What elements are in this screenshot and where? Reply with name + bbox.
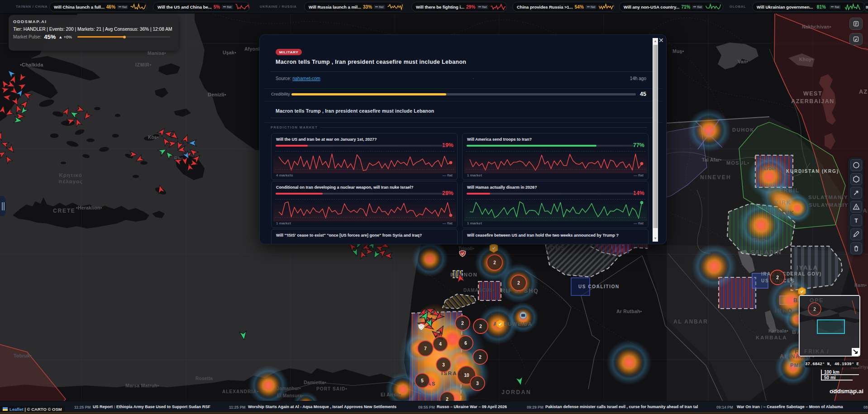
svg-text:PORT SAID•: PORT SAID• [316, 386, 348, 391]
svg-text:HOMS: HOMS [545, 245, 566, 251]
svg-text:2: 2 [813, 307, 816, 312]
svg-text:Afyonk: Afyonk [244, 46, 261, 52]
svg-text:OPE: OPE [810, 297, 824, 304]
svg-text:Damietta•: Damietta• [304, 380, 326, 385]
svg-text:SALADIN: SALADIN [750, 249, 782, 256]
svg-text:T: T [854, 218, 858, 224]
svg-text:IZMIR•: IZMIR• [135, 62, 152, 67]
svg-text:AL ANBAR: AL ANBAR [673, 319, 708, 325]
svg-text:Tal Afar•: Tal Afar• [702, 157, 722, 162]
svg-text:El Mansura•: El Mansura• [277, 393, 304, 398]
svg-text:Van•: Van• [738, 59, 748, 64]
svg-text:Manisa•: Manisa• [148, 50, 166, 56]
svg-text:3: 3 [476, 381, 479, 386]
svg-text:MOSUL•: MOSUL• [726, 160, 749, 166]
svg-text:Damanhur•: Damanhur• [276, 386, 301, 391]
svg-text:Tikrit•: Tikrit• [753, 238, 767, 243]
svg-text:ALEXANDRIA•: ALEXANDRIA• [222, 389, 259, 394]
svg-text:IYALA: IYALA [796, 264, 818, 271]
svg-text:2: 2 [493, 260, 496, 265]
svg-text:IRAQ: IRAQ [775, 308, 793, 314]
svg-text:Ba•: Ba• [791, 281, 798, 286]
svg-text:Uşak•: Uşak• [223, 50, 236, 55]
svg-text:3: 3 [442, 362, 445, 367]
svg-text:KIRK: KIRK [774, 200, 791, 206]
svg-text:KURDISTAN (KRG): KURDISTAN (KRG) [786, 169, 839, 174]
svg-text:SULAYMANIYAI: SULAYMANIYAI [808, 195, 854, 200]
svg-text:NINEVEH: NINEVEH [700, 174, 731, 181]
svg-text:Κρητικό: Κρητικό [59, 172, 82, 178]
svg-text:πέλαγος: πέλαγος [58, 179, 83, 185]
svg-text:Nakhchivan•: Nakhchivan• [802, 24, 831, 29]
svg-text:10: 10 [464, 373, 469, 378]
svg-text:PMF: PMF [790, 362, 803, 368]
svg-text:Ar Rutbah•: Ar Rutbah• [616, 309, 642, 314]
svg-text:Kos•: Kos• [148, 135, 158, 140]
svg-text:EBANON: EBANON [450, 272, 478, 277]
svg-text:El Arish•: El Arish• [381, 392, 401, 397]
svg-text:Rosetta: Rosetta [196, 376, 213, 381]
svg-text:Karbala•: Karbala• [768, 328, 788, 333]
svg-text:6: 6 [464, 341, 467, 346]
svg-text:JORDAN: JORDAN [501, 389, 531, 395]
svg-text:•Chalkida: •Chalkida [20, 62, 43, 67]
svg-text:FRIKA /: FRIKA / [804, 348, 830, 355]
svg-text:2: 2 [776, 275, 779, 280]
svg-text:7: 7 [424, 346, 427, 351]
svg-text:5: 5 [421, 378, 424, 383]
svg-text:Erbil•: Erbil• [763, 166, 776, 171]
svg-text:CRETE: CRETE [53, 208, 76, 214]
svg-text:KARBALA: KARBALA [756, 335, 787, 340]
svg-text:Denizli•: Denizli• [208, 92, 226, 97]
svg-text:Tripoli•: Tripoli• [458, 246, 474, 251]
svg-text:Khoy•: Khoy• [799, 57, 813, 62]
svg-text:AZ: AZ [859, 89, 868, 95]
svg-text:DAMASCUS•: DAMASCUS• [463, 288, 495, 293]
svg-text:Marsa Matruh•: Marsa Matruh• [125, 383, 159, 388]
svg-text:KIRKUK: KIRKUK [768, 210, 794, 216]
svg-text:SHQ: SHQ [524, 288, 539, 294]
svg-text:AZERBAIJAN: AZERBAIJAN [791, 98, 835, 105]
svg-text:F: F [795, 348, 799, 355]
svg-text:Tobruk•: Tobruk• [14, 353, 32, 358]
svg-text:2: 2 [479, 355, 482, 360]
svg-text:DUHOK: DUHOK [732, 127, 754, 133]
svg-text:2: 2 [479, 324, 482, 329]
svg-text:WEST: WEST [803, 90, 822, 97]
svg-text:Ilam•: Ilam• [854, 282, 867, 288]
svg-text:4: 4 [439, 342, 442, 347]
svg-text:ERBIL: ERBIL [779, 187, 800, 194]
svg-text:US COALITION: US COALITION [578, 284, 620, 289]
svg-text:Muş•: Muş• [672, 48, 684, 54]
svg-text:•Heraklion•: •Heraklion• [76, 205, 102, 210]
svg-text:2: 2 [517, 281, 520, 286]
svg-text:2: 2 [461, 321, 464, 326]
